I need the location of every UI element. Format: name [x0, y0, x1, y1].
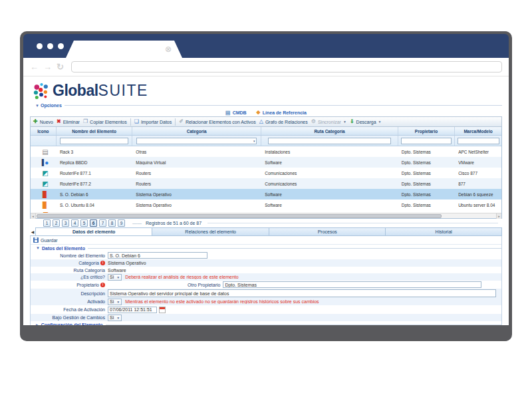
filter-categoria-select[interactable]: ▾	[136, 138, 257, 144]
column-header-marca[interactable]: Marca/Modelo	[455, 127, 501, 135]
page-button[interactable]: 5	[80, 219, 88, 227]
elements-table: Icono Nombre del Elemento Categoría Ruta…	[30, 127, 502, 219]
column-header-propietario[interactable]: Propietario	[398, 127, 455, 135]
filter-cell-empty	[31, 136, 57, 146]
column-header-categoria[interactable]: Categoría	[132, 127, 261, 135]
filter-nombre-input[interactable]	[60, 138, 128, 144]
reload-icon[interactable]: ↻	[57, 63, 64, 71]
download-button[interactable]: ⇓ Descarga ▼	[350, 119, 382, 124]
collapse-arrow-icon: ▼	[36, 246, 40, 250]
nombre-input[interactable]	[108, 252, 207, 259]
otro-propietario-input[interactable]	[223, 281, 481, 288]
save-button[interactable]: Guardar	[33, 237, 58, 243]
column-header-ruta[interactable]: Ruta Categoría	[261, 127, 398, 135]
copy-elements-button[interactable]: ❐ Copiar Elementos	[83, 119, 127, 124]
horizontal-scrollbar[interactable]: ◂ ▸	[31, 213, 501, 218]
chevron-down-icon: ▼	[116, 300, 120, 304]
table-row[interactable]: ▤ Rack 3 Otras Instalaciones Dpto. Siste…	[31, 146, 501, 157]
chevron-down-icon: ▼	[378, 120, 382, 124]
page-button[interactable]: 8	[108, 219, 116, 227]
rack-icon: ▤	[31, 148, 57, 156]
new-button[interactable]: ✚ Nuevo	[33, 119, 53, 124]
relate-elements-button[interactable]: ✐ Relacionar Elementos con Activos	[179, 119, 256, 124]
window-dot[interactable]	[47, 43, 53, 49]
plus-icon: ✚	[33, 119, 38, 124]
gestion-select[interactable]: Si▼	[108, 315, 122, 321]
os-icon: ▊	[31, 201, 57, 209]
section-datos-elemento[interactable]: ▼ Datos del Elemento	[31, 245, 501, 251]
field-fecha-activacion: Fecha de Activación	[31, 305, 501, 314]
linea-referencia-link[interactable]: ❖ Línea de Referencia	[256, 110, 307, 116]
page-button[interactable]: 7	[99, 219, 106, 227]
page-button[interactable]: 1	[43, 219, 51, 227]
browser-navbar: ← → ↻	[23, 58, 509, 76]
graph-label: Grafo de Relaciones	[265, 120, 308, 124]
os-icon: ▄	[31, 210, 57, 213]
relations-graph-button[interactable]: △ Grafo de Relaciones	[259, 119, 308, 124]
relate-label: Relacionar Elementos con Activos	[186, 120, 256, 124]
tab-close-icon[interactable]: ⊗	[165, 45, 172, 53]
field-bajo-gestion: Bajo Gestión de Cambios Si▼	[31, 314, 501, 321]
column-header-icono[interactable]: Icono	[31, 127, 57, 135]
filter-marca-input[interactable]	[458, 138, 499, 144]
window-dot[interactable]	[58, 43, 64, 49]
page-button[interactable]: 3	[62, 219, 69, 227]
critico-select[interactable]: Si▼	[108, 274, 122, 281]
synchronize-button[interactable]: ⚙ Sincronizar ▼	[311, 119, 346, 124]
tab-datos-elemento[interactable]: Datos del elemento	[35, 227, 152, 235]
toolbar-separator	[175, 118, 176, 126]
page-button-active[interactable]: 6	[90, 219, 97, 227]
column-header-nombre[interactable]: Nombre del Elemento	[57, 127, 132, 135]
scroll-left-icon[interactable]: ◂	[31, 213, 36, 219]
page-button[interactable]: 4	[71, 219, 78, 227]
calendar-icon[interactable]	[159, 307, 166, 313]
divider	[207, 223, 498, 223]
cell-category: Routers	[132, 182, 261, 186]
table-row[interactable]: ◩ RouterIFe 877.2 Routers Comunicaciones…	[31, 178, 501, 189]
chevron-down-icon: ▼	[116, 275, 120, 279]
save-icon	[33, 237, 39, 243]
browser-tab[interactable]: ⊗	[66, 41, 182, 58]
forward-icon[interactable]: →	[43, 63, 52, 71]
section-configuracion[interactable]: ▶ Configuración del Elemento	[31, 321, 501, 325]
field-propietario: Propietario! Otro Propietario	[31, 281, 501, 289]
import-data-button[interactable]: ❏ Importar Datos	[134, 119, 172, 124]
delete-button[interactable]: ✖ Eliminar	[57, 119, 80, 124]
tab-procesos[interactable]: Procesos	[269, 227, 386, 235]
field-label: Activado	[36, 299, 108, 304]
window-dot[interactable]	[37, 43, 43, 49]
cell-owner: Dpto. Sistemas	[398, 160, 455, 165]
cell-path: Comunicaciones	[261, 171, 398, 176]
section-label: Configuración del Elemento	[41, 323, 103, 326]
import-label: Importar Datos	[141, 120, 172, 124]
scroll-right-icon[interactable]: ▸	[496, 213, 501, 219]
cmdb-link[interactable]: ▤ CMDB	[225, 110, 247, 116]
ruta-value: Software	[108, 268, 126, 273]
activado-select[interactable]: Si▼	[108, 299, 122, 305]
options-section-header[interactable]: ▼ Opciones	[35, 102, 502, 109]
page-button[interactable]: 2	[53, 219, 60, 227]
cmdb-label: CMDB	[233, 110, 247, 115]
fecha-activacion-input[interactable]	[108, 307, 157, 313]
table-row-selected[interactable]: ▊ S. O. Debian 6 Sistema Operativo Softw…	[31, 189, 501, 200]
back-icon[interactable]: ←	[30, 63, 39, 71]
descripcion-input[interactable]	[108, 289, 496, 297]
url-bar[interactable]	[71, 61, 502, 72]
filter-propietario-input[interactable]	[401, 138, 452, 144]
chevron-down-icon: ▾	[253, 139, 255, 143]
table-header-row: Icono Nombre del Elemento Categoría Ruta…	[31, 127, 501, 136]
table-row[interactable]: ▊ S. O. Ubuntu 8.04 Sistema Operativo So…	[31, 200, 501, 210]
tab-historial[interactable]: Historial	[385, 227, 502, 235]
filter-ruta-input[interactable]	[268, 138, 390, 144]
download-label: Descarga	[356, 120, 376, 124]
table-row[interactable]: ◩ RouterIFe 877.1 Routers Comunicaciones…	[31, 168, 501, 178]
field-label: Descripción	[36, 291, 108, 296]
field-label: ¿Es crítico?	[36, 275, 108, 279]
table-row[interactable]: ▌● Replica BBDD Máquina Virtual Software…	[31, 157, 501, 168]
new-label: Nuevo	[40, 120, 53, 124]
tab-scroll-left-icon[interactable]: ◀	[30, 227, 35, 235]
page-button[interactable]: 9	[118, 219, 125, 227]
app-content: GlobalSUITE ▼ Opciones ▤ CMDB ❖ Línea de…	[23, 76, 509, 325]
scrollbar-thumb[interactable]	[37, 214, 442, 218]
tab-relaciones-elemento[interactable]: Relaciones del elemento	[152, 227, 269, 235]
